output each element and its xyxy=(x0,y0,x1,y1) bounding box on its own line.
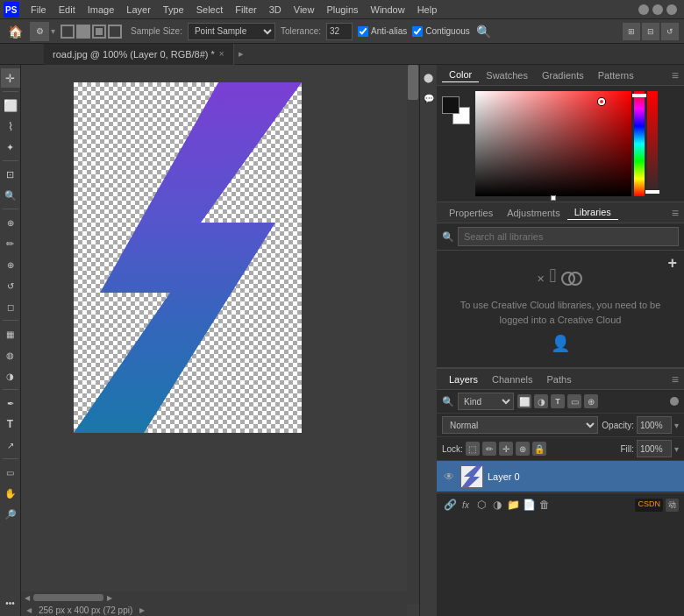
eyedropper-tool[interactable]: 🔍 xyxy=(1,186,20,205)
menu-layer[interactable]: Layer xyxy=(120,3,157,17)
arrange-icon[interactable]: ⊞ xyxy=(623,23,640,40)
link-layers-btn[interactable]: 🔗 xyxy=(442,497,458,513)
menu-window[interactable]: Window xyxy=(365,3,411,17)
path-tool[interactable]: ↗ xyxy=(1,435,20,455)
lasso-tool[interactable]: ⌇ xyxy=(1,117,20,136)
crop-tool[interactable]: ⊡ xyxy=(1,165,20,184)
delete-layer-btn[interactable]: 🗑 xyxy=(537,497,552,513)
more-tools[interactable]: ••• xyxy=(1,593,20,612)
filter-type-icon[interactable]: T xyxy=(551,394,565,408)
lock-image-btn[interactable]: ✏ xyxy=(482,442,496,456)
eraser-tool[interactable]: ◻ xyxy=(1,297,20,316)
search-btn[interactable]: 🔍 xyxy=(475,23,493,40)
tab-layers[interactable]: Layers xyxy=(442,372,485,386)
menu-help[interactable]: Help xyxy=(411,3,444,17)
marquee-tool[interactable]: ⬜ xyxy=(1,96,20,115)
panel-side-icon-1[interactable]: ⬤ xyxy=(422,70,436,84)
type-tool[interactable]: T xyxy=(1,414,20,434)
menu-filter[interactable]: Filter xyxy=(229,3,262,17)
menu-plugins[interactable]: Plugins xyxy=(320,3,364,17)
vertical-scrollbar[interactable] xyxy=(407,65,419,604)
tab-properties[interactable]: Properties xyxy=(442,206,500,220)
anti-alias-checkbox[interactable] xyxy=(358,26,368,37)
dodge-tool[interactable]: ◑ xyxy=(1,366,20,386)
alpha-slider[interactable] xyxy=(647,91,658,196)
library-search-input[interactable] xyxy=(458,227,679,246)
tab-paths[interactable]: Paths xyxy=(540,372,579,386)
foreground-color-swatch[interactable] xyxy=(442,96,460,114)
menu-file[interactable]: File xyxy=(25,3,53,17)
tab-close-btn[interactable]: × xyxy=(219,49,224,59)
history-brush[interactable]: ↺ xyxy=(1,276,20,295)
lock-transparent-btn[interactable]: ⬚ xyxy=(466,442,480,456)
sv-gradient-box[interactable] xyxy=(475,91,631,196)
tolerance-input[interactable] xyxy=(326,23,353,40)
hue-thumb[interactable] xyxy=(632,94,646,97)
opacity-input[interactable] xyxy=(637,416,672,434)
color-panel-menu[interactable]: ≡ xyxy=(672,68,679,82)
filter-shape-icon[interactable]: ▭ xyxy=(567,394,581,408)
shape-tool[interactable]: ▭ xyxy=(1,463,20,482)
tab-libraries[interactable]: Libraries xyxy=(567,205,618,220)
menu-image[interactable]: Image xyxy=(82,3,121,17)
opacity-arrow[interactable]: ▾ xyxy=(674,421,679,430)
scroll-left-arrow[interactable]: ◀ xyxy=(25,594,30,602)
menu-select[interactable]: Select xyxy=(190,3,230,17)
fill-arrow[interactable]: ▾ xyxy=(674,444,679,454)
gradient-tool[interactable]: ▦ xyxy=(1,324,20,343)
add-mask-btn[interactable]: ⬡ xyxy=(474,497,489,513)
lib-panel-menu[interactable]: ≡ xyxy=(672,206,679,220)
create-group-btn[interactable]: 📁 xyxy=(505,497,521,513)
rotate-icon[interactable]: ↺ xyxy=(661,23,679,40)
library-add-btn[interactable]: + xyxy=(667,254,677,273)
tab-adjustments[interactable]: Adjustments xyxy=(500,206,567,220)
tab-swatches[interactable]: Swatches xyxy=(479,68,535,82)
horizontal-scrollbar[interactable]: ◀ ▶ xyxy=(21,591,407,604)
blend-mode-select[interactable]: Normal Dissolve Darken Multiply Screen O… xyxy=(442,416,598,434)
pen-tool[interactable]: ✒ xyxy=(1,393,20,413)
clone-tool[interactable]: ⊕ xyxy=(1,255,20,274)
menu-edit[interactable]: Edit xyxy=(53,3,82,17)
close-btn[interactable] xyxy=(666,4,677,15)
shape-sq4[interactable] xyxy=(108,25,122,39)
filter-pixel-icon[interactable]: ⬜ xyxy=(517,394,531,408)
fill-input[interactable] xyxy=(637,440,672,457)
brush-tool[interactable]: ✏ xyxy=(1,234,20,253)
filter-smartobj-icon[interactable]: ⊕ xyxy=(584,394,598,408)
menu-3d[interactable]: 3D xyxy=(263,3,288,17)
zoom-icon[interactable]: ⊟ xyxy=(642,23,659,40)
panel-side-icon-2[interactable]: 💬 xyxy=(422,91,436,105)
add-adjustment-btn[interactable]: ◑ xyxy=(489,497,505,513)
filter-adjustment-icon[interactable]: ◑ xyxy=(534,394,548,408)
lock-all-btn[interactable]: 🔒 xyxy=(532,442,546,456)
shape-sq1[interactable] xyxy=(61,25,75,39)
vertical-scrollbar-thumb[interactable] xyxy=(408,65,418,100)
tab-channels[interactable]: Channels xyxy=(485,372,539,386)
contiguous-checkbox[interactable] xyxy=(412,26,423,37)
tool-options-icon[interactable]: ⚙ ▾ xyxy=(30,22,55,41)
maximize-btn[interactable] xyxy=(652,4,663,15)
blur-tool[interactable]: ◍ xyxy=(1,345,20,365)
filter-kind-select[interactable]: Kind Name Effect Mode Attribute Color xyxy=(458,393,514,410)
sample-size-select[interactable]: Point Sample 3 by 3 Average 5 by 5 Avera… xyxy=(188,23,275,40)
hand-tool[interactable]: ✋ xyxy=(1,484,20,503)
shape-sq2[interactable] xyxy=(76,25,90,39)
horizontal-scrollbar-thumb[interactable] xyxy=(33,594,103,601)
layer-visibility-toggle[interactable]: 👁 xyxy=(442,470,456,484)
filter-toggle[interactable] xyxy=(670,397,679,406)
heal-tool[interactable]: ⊕ xyxy=(1,213,20,232)
tab-arrow-right[interactable]: ▸ xyxy=(234,48,248,60)
document-tab[interactable]: road.jpg @ 100% (Layer 0, RGB/8#) * × xyxy=(44,44,234,65)
fx-btn[interactable]: fx xyxy=(458,497,474,513)
hue-slider[interactable] xyxy=(634,91,645,196)
layers-panel-menu[interactable]: ≡ xyxy=(672,372,679,386)
menu-type[interactable]: Type xyxy=(157,3,190,17)
wand-tool[interactable]: ✦ xyxy=(1,138,20,157)
home-icon-btn[interactable]: 🏠 xyxy=(5,22,25,41)
tab-gradients[interactable]: Gradients xyxy=(535,68,591,82)
zoom-tool-btn[interactable]: 🔎 xyxy=(1,505,20,524)
lock-position-btn[interactable]: ✛ xyxy=(499,442,513,456)
minimize-btn[interactable] xyxy=(638,4,649,15)
shape-sq3[interactable] xyxy=(92,25,106,39)
layer-item-0[interactable]: 👁 Layer 0 xyxy=(437,461,684,492)
